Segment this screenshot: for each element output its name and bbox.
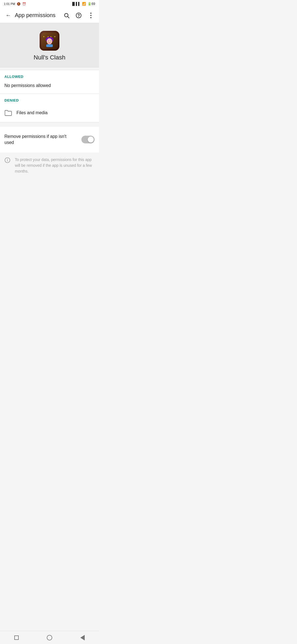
status-bar: 1:01 PM 🔕 ⏰ ▐▌▌▌ 📶 🔋69 [0,0,99,8]
app-icon-graphic: ✦ ✦ [40,31,59,51]
signal-icon: ▐▌▌▌ [71,2,81,6]
toggle-thumb [88,137,94,143]
back-button[interactable]: ← [3,10,14,21]
battery-icon: 🔋69 [87,2,95,6]
help-icon [76,12,82,18]
search-icon [64,12,70,18]
section-divider-1 [0,68,99,70]
toggle-section: Remove permissions if app isn't used [0,127,99,152]
folder-icon [4,109,12,117]
denied-label: DENIED [4,98,95,102]
info-icon [4,157,10,165]
svg-point-5 [90,15,91,16]
info-row: To protect your data, permissions for th… [0,152,99,179]
app-header: ✦ ✦ Null's Clash [0,23,99,68]
remove-permissions-row[interactable]: Remove permissions if app isn't used [4,131,95,148]
status-right: ▐▌▌▌ 📶 🔋69 [71,2,95,6]
more-icon [90,12,92,18]
search-button[interactable] [61,10,72,21]
help-button[interactable] [73,10,84,21]
app-bar: ← App permissions [0,8,99,23]
svg-point-11 [47,38,52,44]
svg-text:✦: ✦ [54,36,56,38]
mute-icon: 🔕 [17,2,21,6]
app-name: Null's Clash [34,54,65,61]
denied-section: DENIED Files and media [0,94,99,122]
info-text: To protect your data, permissions for th… [15,157,95,174]
no-permissions-text: No permissions allowed [4,82,95,91]
svg-text:✦: ✦ [43,36,45,38]
allowed-label: ALLOWED [4,75,95,79]
svg-rect-16 [46,44,53,47]
back-icon: ← [6,12,11,18]
wifi-icon: 📶 [82,2,86,6]
app-icon: ✦ ✦ [40,31,59,51]
status-left: 1:01 PM 🔕 ⏰ [4,2,26,6]
remove-permissions-toggle[interactable] [81,136,95,143]
allowed-section: ALLOWED No permissions allowed [0,70,99,94]
files-and-media-item[interactable]: Files and media [4,106,95,120]
svg-point-15 [50,40,51,41]
svg-point-4 [90,13,91,14]
files-and-media-label: Files and media [16,110,48,115]
svg-point-6 [90,17,91,18]
remove-permissions-label: Remove permissions if app isn't used [4,133,81,146]
content-area: ✦ ✦ Null's Clash ALLOWED No permissions … [0,23,99,179]
page-title: App permissions [15,12,61,18]
app-bar-actions [61,10,96,21]
status-time: 1:01 PM [4,2,15,6]
svg-line-1 [68,17,69,18]
alarm-icon: ⏰ [22,2,26,6]
more-button[interactable] [85,10,96,21]
section-divider-2 [0,122,99,125]
svg-point-14 [48,40,49,41]
